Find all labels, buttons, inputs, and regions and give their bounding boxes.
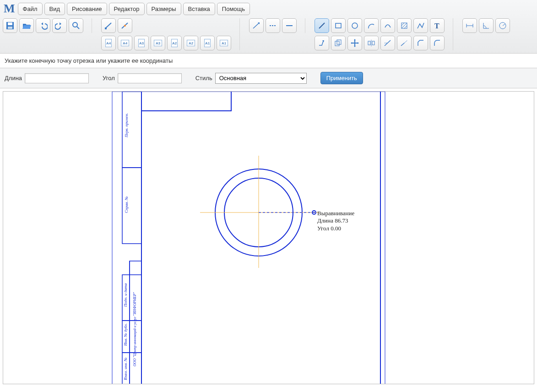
move-icon bbox=[350, 38, 359, 48]
svg-line-16 bbox=[401, 23, 404, 26]
dim-linear-icon bbox=[465, 21, 474, 30]
menu-drawing[interactable]: Рисование bbox=[67, 3, 107, 15]
draw-line-button[interactable] bbox=[315, 18, 329, 33]
svg-rect-26 bbox=[372, 41, 374, 45]
svg-line-29 bbox=[401, 43, 404, 46]
copy-icon bbox=[334, 38, 343, 48]
style-select[interactable]: Основная bbox=[215, 73, 307, 84]
menu-file[interactable]: Файл bbox=[18, 3, 43, 15]
draw-polyline-button[interactable] bbox=[413, 18, 428, 33]
undo-button[interactable] bbox=[36, 18, 50, 33]
menu-view[interactable]: Вид bbox=[44, 3, 65, 15]
folder-open-icon bbox=[22, 21, 31, 30]
redo-icon bbox=[55, 21, 64, 30]
extend-icon bbox=[400, 38, 409, 48]
svg-rect-13 bbox=[336, 23, 341, 28]
menu-row: M Файл Вид Рисование Редактор Размеры Вс… bbox=[3, 2, 510, 16]
dim-linear-button[interactable] bbox=[462, 18, 477, 33]
edit-move-button[interactable] bbox=[347, 36, 362, 50]
menu-help[interactable]: Помощь bbox=[217, 3, 250, 15]
save-icon bbox=[5, 21, 15, 30]
draw-circle-button[interactable] bbox=[347, 18, 362, 33]
draw-hatch-button[interactable] bbox=[397, 18, 412, 33]
draw-arc1-button[interactable] bbox=[364, 18, 379, 33]
fillet-icon bbox=[433, 38, 442, 48]
svg-rect-2 bbox=[8, 27, 12, 29]
paper-a4-landscape[interactable]: А4 bbox=[118, 36, 132, 50]
menu-editor[interactable]: Редактор bbox=[109, 3, 145, 15]
menu-insert[interactable]: Вставка bbox=[183, 3, 215, 15]
edit-extend-button[interactable] bbox=[397, 36, 412, 50]
svg-rect-1 bbox=[8, 22, 12, 25]
tooltip-length: Длина 86.73 bbox=[317, 217, 354, 224]
edit-mirror-button[interactable] bbox=[364, 36, 379, 50]
svg-line-12 bbox=[319, 23, 325, 28]
apply-button[interactable]: Применить bbox=[320, 72, 363, 84]
edit-fillet-button[interactable] bbox=[430, 36, 445, 50]
edit-copy-button[interactable] bbox=[331, 36, 346, 50]
edit-trim-button[interactable] bbox=[380, 36, 395, 50]
undo-icon bbox=[38, 21, 48, 30]
snap-midpoint-button[interactable] bbox=[118, 18, 132, 33]
solid-line-icon bbox=[285, 21, 294, 30]
svg-line-35 bbox=[503, 24, 505, 26]
paper-a1-landscape[interactable]: А1 bbox=[217, 36, 231, 50]
paper-a4-portrait[interactable]: А4 bbox=[101, 36, 116, 50]
paper-a2-portrait[interactable]: А2 bbox=[167, 36, 182, 50]
linestyle-dashed-button[interactable] bbox=[266, 18, 280, 33]
svg-line-4 bbox=[77, 27, 79, 29]
tool-group-draw: T bbox=[315, 18, 453, 50]
style-input-group: Стиль Основная bbox=[195, 73, 307, 84]
tool-group-linestyle bbox=[249, 18, 305, 33]
linestyle-arrow-button[interactable] bbox=[249, 18, 264, 33]
angle-input[interactable] bbox=[118, 73, 182, 83]
text-icon: T bbox=[433, 21, 442, 30]
tooltip-angle: Угол 0.00 bbox=[317, 225, 354, 232]
svg-point-14 bbox=[352, 23, 358, 28]
dim-radius-button[interactable] bbox=[495, 18, 510, 33]
length-input-group: Длина bbox=[5, 73, 89, 83]
tool-group-snap: А4 А4 А3 А3 А2 А2 А1 А1 bbox=[101, 18, 240, 50]
angle-input-group: Угол bbox=[103, 73, 182, 83]
zoom-icon bbox=[71, 21, 81, 30]
line-icon bbox=[317, 21, 326, 30]
redo-button[interactable] bbox=[52, 18, 67, 33]
draw-text-button[interactable]: T bbox=[430, 18, 445, 33]
snap-endpoint-button[interactable] bbox=[101, 18, 116, 33]
hatch-icon bbox=[400, 21, 409, 30]
linestyle-solid-button[interactable] bbox=[282, 18, 297, 33]
edit-rotate-button[interactable] bbox=[315, 36, 329, 50]
tooltip-snapmode: Выравнивание bbox=[317, 210, 354, 217]
dim-radius-icon bbox=[498, 21, 507, 30]
cursor-tooltip: Выравнивание Длина 86.73 Угол 0.00 bbox=[317, 210, 354, 232]
arc1-icon bbox=[367, 21, 376, 30]
polyline-icon bbox=[416, 21, 425, 30]
dim-angular-icon bbox=[482, 21, 491, 30]
open-button[interactable] bbox=[19, 18, 34, 33]
titleblock-t2: Справ. № bbox=[124, 196, 129, 213]
svg-rect-6 bbox=[105, 27, 107, 29]
svg-line-9 bbox=[253, 23, 259, 28]
length-input[interactable] bbox=[25, 73, 89, 83]
tool-group-file bbox=[3, 18, 92, 33]
paper-a2-landscape[interactable]: А2 bbox=[184, 36, 198, 50]
paper-a1-portrait[interactable]: А1 bbox=[200, 36, 215, 50]
rotate-icon bbox=[317, 38, 326, 48]
paper-a3-portrait[interactable]: А3 bbox=[134, 36, 149, 50]
arc2-icon bbox=[383, 21, 392, 30]
inputs-bar: Длина Угол Стиль Основная Применить bbox=[0, 68, 537, 88]
save-button[interactable] bbox=[3, 18, 17, 33]
draw-arc2-button[interactable] bbox=[380, 18, 395, 33]
zoom-button[interactable] bbox=[69, 18, 83, 33]
app-logo: M bbox=[3, 2, 16, 16]
menu-dimensions[interactable]: Размеры bbox=[146, 3, 181, 15]
draw-rect-button[interactable] bbox=[331, 18, 346, 33]
dim-angular-button[interactable] bbox=[479, 18, 494, 33]
svg-line-17 bbox=[401, 23, 407, 28]
edit-chamfer-button[interactable] bbox=[413, 36, 428, 50]
style-label: Стиль bbox=[195, 75, 212, 82]
snap-midpoint-icon bbox=[120, 21, 130, 30]
drawing-canvas[interactable]: Перв. примен. Справ. № Подп. и дата Инв.… bbox=[3, 91, 534, 384]
svg-line-18 bbox=[404, 26, 407, 28]
paper-a3-landscape[interactable]: А3 bbox=[151, 36, 165, 50]
